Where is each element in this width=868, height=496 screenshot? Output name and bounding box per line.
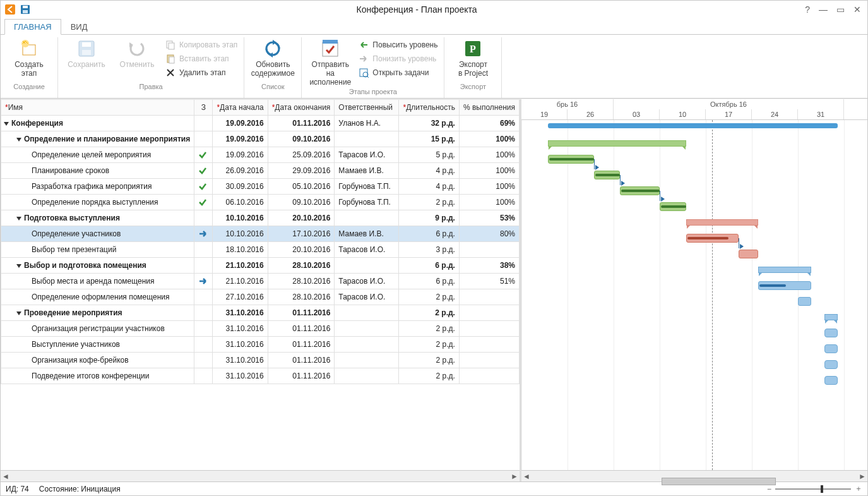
table-row[interactable]: Организация регистрации участников31.10.…: [1, 321, 520, 337]
gantt-bar[interactable]: [548, 123, 838, 128]
send-label: Отправить на исполнение: [308, 60, 352, 87]
gantt-bar[interactable]: [824, 314, 838, 320]
table-row[interactable]: Подготовка выступления10.10.201620.10.20…: [1, 210, 520, 226]
gantt-bar[interactable]: [660, 202, 686, 211]
delete-stage-button[interactable]: Удалить этап: [165, 66, 237, 79]
svg-rect-3: [23, 10, 28, 13]
table-row[interactable]: Проведение мероприятия31.10.201601.11.20…: [1, 305, 520, 321]
table-row[interactable]: Определение и планирование мероприятия19…: [1, 131, 520, 147]
gantt-header: брь 16Октябрь 16 19260310172431: [521, 99, 867, 120]
group-label-list: Список: [261, 82, 285, 93]
ribbon-group-export: P Экспорт в Project Экспорт: [444, 37, 502, 98]
ribbon-group-list: Обновить содержимое Список: [244, 37, 302, 98]
svg-rect-14: [323, 40, 338, 44]
col-responsible[interactable]: Ответственный: [335, 100, 399, 116]
gantt-bar[interactable]: [739, 250, 758, 258]
grid-hscroll[interactable]: ◄►: [1, 470, 520, 481]
table-row[interactable]: Определение участников10.10.201617.10.20…: [1, 226, 520, 242]
gantt-bar[interactable]: [824, 329, 838, 337]
table-row[interactable]: Определение оформления помещения27.10.20…: [1, 289, 520, 305]
gantt-bar[interactable]: [686, 234, 739, 243]
gantt-bar[interactable]: [594, 171, 621, 179]
col-duration[interactable]: *Длительность: [399, 100, 459, 116]
svg-rect-12: [169, 57, 174, 63]
refresh-button[interactable]: Обновить содержимое: [251, 39, 295, 78]
zoom-slider[interactable]: − ＋: [767, 483, 862, 494]
ribbon-group-create: Создать этап Создание: [1, 37, 58, 98]
svg-rect-7: [82, 42, 91, 47]
undo-label: Отменить: [120, 60, 155, 69]
close-icon[interactable]: ✕: [853, 4, 861, 15]
create-stage-label: Создать этап: [15, 60, 44, 78]
open-tasks-icon: [359, 68, 369, 78]
save-label: Сохранить: [68, 60, 105, 69]
create-stage-button[interactable]: Создать этап: [7, 39, 51, 78]
col-end[interactable]: *Дата окончания: [268, 100, 335, 116]
svg-rect-0: [5, 4, 15, 15]
save-icon[interactable]: [20, 4, 31, 15]
table-row[interactable]: Планирование сроков26.09.201629.09.2016М…: [1, 163, 520, 179]
gantt-bar[interactable]: [824, 344, 838, 353]
send-button[interactable]: Отправить на исполнение: [308, 39, 352, 87]
gantt-bar[interactable]: [548, 155, 594, 164]
gantt-hscroll[interactable]: ◄ ►: [521, 470, 867, 481]
zoom-out-icon[interactable]: −: [767, 485, 771, 493]
table-row[interactable]: Выступление участников31.10.201601.11.20…: [1, 337, 520, 353]
gantt-bar[interactable]: [548, 140, 686, 147]
gantt-bar[interactable]: [686, 219, 759, 226]
svg-rect-2: [23, 6, 28, 8]
status-id: ИД: 74: [6, 485, 29, 493]
export-label: Экспорт в Project: [458, 60, 488, 78]
main-area: *Имя З *Дата начала *Дата окончания Отве…: [1, 99, 867, 481]
maximize-icon[interactable]: ▭: [836, 4, 845, 15]
col-status[interactable]: З: [194, 100, 213, 116]
svg-rect-10: [169, 43, 174, 49]
col-name[interactable]: *Имя: [1, 100, 194, 116]
gantt-bar[interactable]: [620, 186, 660, 195]
table-row[interactable]: Определение целей мероприятия19.09.20162…: [1, 147, 520, 163]
table-row[interactable]: Разработка графика мероприятия30.09.2016…: [1, 179, 520, 195]
gantt-chart[interactable]: [521, 120, 867, 470]
level-down-button: Понизить уровень: [359, 52, 437, 65]
copy-icon: [165, 40, 175, 50]
export-project-button[interactable]: P Экспорт в Project: [451, 39, 495, 78]
table-row[interactable]: Выбор места и аренда помещения21.10.2016…: [1, 274, 520, 289]
task-grid[interactable]: *Имя З *Дата начала *Дата окончания Отве…: [1, 99, 520, 384]
col-start[interactable]: *Дата начала: [213, 100, 268, 116]
table-row[interactable]: Определение порядка выступления06.10.201…: [1, 195, 520, 210]
ribbon: Создать этап Создание Сохранить Отменить…: [1, 35, 867, 99]
minimize-icon[interactable]: —: [819, 4, 828, 15]
gantt-bar[interactable]: [824, 376, 838, 385]
gantt-bar[interactable]: [758, 281, 811, 290]
table-row[interactable]: Подведение итогов конференции31.10.20160…: [1, 368, 520, 384]
svg-text:P: P: [470, 44, 477, 54]
table-row[interactable]: Конференция19.09.201601.11.2016Уланов Н.…: [1, 116, 520, 131]
tab-view[interactable]: ВИД: [61, 19, 97, 35]
help-icon[interactable]: ?: [805, 4, 810, 15]
arrow-left-green-icon: [359, 40, 369, 50]
arrow-right-gray-icon: [359, 54, 369, 64]
ribbon-group-stages: Отправить на исполнение Повысить уровень…: [302, 37, 444, 98]
level-up-button[interactable]: Повысить уровень: [359, 39, 437, 51]
table-row[interactable]: Выбор тем презентаций18.10.201620.10.201…: [1, 242, 520, 258]
col-pct[interactable]: % выполнения: [459, 100, 519, 116]
gantt-bar[interactable]: [758, 267, 811, 273]
gantt-bar[interactable]: [798, 297, 811, 306]
grid-header: *Имя З *Дата начала *Дата окончания Отве…: [1, 100, 520, 116]
open-tasks-button[interactable]: Открыть задачи: [359, 66, 437, 79]
status-state: Состояние: Инициация: [39, 485, 121, 493]
gantt-pane: брь 16Октябрь 16 19260310172431 ◄ ►: [521, 99, 867, 481]
tab-main[interactable]: ГЛАВНАЯ: [4, 19, 61, 35]
group-label-create: Создание: [13, 82, 45, 93]
delete-icon: [165, 68, 175, 78]
gantt-bar[interactable]: [824, 360, 838, 369]
svg-rect-13: [323, 42, 338, 56]
svg-rect-8: [82, 50, 91, 55]
table-row[interactable]: Организация кофе-брейков31.10.201601.11.…: [1, 353, 520, 368]
group-label-edit: Правка: [140, 82, 163, 93]
paste-stage-button: Вставить этап: [165, 52, 237, 65]
refresh-label: Обновить содержимое: [251, 60, 295, 78]
title-bar: Конференция - План проекта ? — ▭ ✕: [1, 1, 867, 18]
zoom-in-icon[interactable]: ＋: [855, 483, 862, 494]
table-row[interactable]: Выбор и подготовка помещения21.10.201628…: [1, 258, 520, 274]
